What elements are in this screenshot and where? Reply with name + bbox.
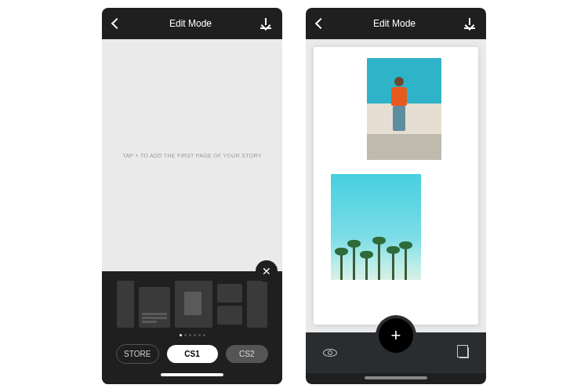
preview-button[interactable] — [323, 349, 337, 357]
template-thumb[interactable] — [117, 281, 134, 328]
home-indicator — [365, 376, 427, 379]
copy-icon — [459, 347, 469, 358]
add-page-button[interactable]: + — [379, 318, 413, 353]
back-button[interactable] — [317, 20, 325, 27]
template-list — [108, 281, 276, 328]
photo-slot-top[interactable] — [367, 58, 441, 160]
tab-cs2[interactable]: CS2 — [226, 345, 268, 363]
canvas-empty[interactable]: TAP + TO ADD THE FIRST PAGE OF YOUR STOR… — [102, 39, 282, 271]
page-dots — [108, 334, 276, 336]
download-icon — [464, 18, 475, 29]
header-title: Edit Mode — [325, 18, 464, 29]
template-thumb[interactable] — [175, 281, 212, 328]
back-button[interactable] — [113, 20, 121, 27]
tab-cs1[interactable]: CS1 — [167, 345, 218, 363]
header: Edit Mode — [102, 8, 282, 39]
close-icon: ✕ — [262, 266, 271, 277]
story-page[interactable] — [314, 47, 478, 325]
tab-store[interactable]: STORE — [116, 344, 159, 364]
photo-slot-bottom[interactable] — [331, 174, 421, 280]
drawer-close-button[interactable]: ✕ — [256, 260, 278, 282]
header: Edit Mode — [306, 8, 486, 39]
phone-left: Edit Mode TAP + TO ADD THE FIRST PAGE OF… — [102, 8, 282, 384]
download-icon — [260, 18, 271, 29]
download-button[interactable] — [464, 18, 475, 29]
empty-hint: TAP + TO ADD THE FIRST PAGE OF YOUR STOR… — [122, 153, 261, 158]
person-illustration — [389, 77, 409, 132]
header-title: Edit Mode — [121, 18, 260, 29]
canvas[interactable] — [306, 39, 486, 332]
duplicate-button[interactable] — [459, 347, 469, 358]
eye-icon — [323, 349, 337, 357]
template-drawer: ✕ STORE CS1 CS2 — [102, 271, 282, 384]
category-tabs: STORE CS1 CS2 — [108, 339, 276, 370]
phone-right: Edit Mode + — [306, 8, 486, 384]
template-thumb[interactable] — [217, 281, 242, 328]
plus-icon: + — [391, 325, 401, 346]
home-indicator — [161, 373, 223, 376]
template-thumb[interactable] — [247, 281, 267, 328]
download-button[interactable] — [260, 18, 271, 29]
bottom-toolbar: + — [306, 332, 486, 373]
template-thumb[interactable] — [139, 287, 170, 328]
